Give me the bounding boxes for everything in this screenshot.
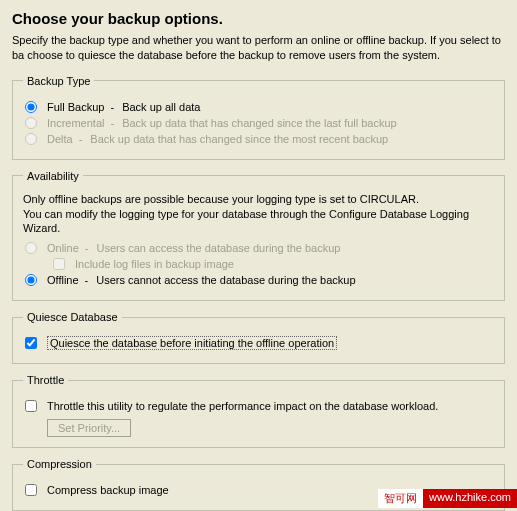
quiesce-group: Quiesce Database Quiesce the database be… bbox=[12, 311, 505, 364]
full-backup-radio[interactable] bbox=[25, 101, 37, 113]
availability-legend: Availability bbox=[23, 170, 83, 182]
incremental-radio bbox=[25, 117, 37, 129]
dash: - bbox=[79, 133, 83, 145]
watermark-left: 智可网 bbox=[378, 489, 423, 508]
offline-label[interactable]: Offline bbox=[47, 274, 79, 286]
throttle-row: Throttle this utility to regulate the pe… bbox=[23, 400, 494, 412]
throttle-group: Throttle Throttle this utility to regula… bbox=[12, 374, 505, 448]
backup-type-group: Backup Type Full Backup - Back up all da… bbox=[12, 75, 505, 160]
delta-desc: Back up data that has changed since the … bbox=[90, 133, 388, 145]
quiesce-label[interactable]: Quiesce the database before initiating t… bbox=[47, 337, 337, 349]
online-radio bbox=[25, 242, 37, 254]
availability-info-line2: You can modify the logging type for your… bbox=[23, 208, 469, 235]
offline-radio[interactable] bbox=[25, 274, 37, 286]
delta-radio bbox=[25, 133, 37, 145]
set-priority-button: Set Priority... bbox=[47, 419, 131, 437]
availability-info-line1: Only offline backups are possible becaus… bbox=[23, 193, 419, 205]
availability-group: Availability Only offline backups are po… bbox=[12, 170, 505, 302]
throttle-label[interactable]: Throttle this utility to regulate the pe… bbox=[47, 400, 438, 412]
incremental-label: Incremental bbox=[47, 117, 104, 129]
throttle-checkbox[interactable] bbox=[25, 400, 37, 412]
compress-label[interactable]: Compress backup image bbox=[47, 484, 169, 496]
delta-row: Delta - Back up data that has changed si… bbox=[23, 133, 494, 145]
dash: - bbox=[110, 117, 114, 129]
delta-label: Delta bbox=[47, 133, 73, 145]
dash: - bbox=[85, 242, 89, 254]
dash: - bbox=[85, 274, 89, 286]
incremental-desc: Back up data that has changed since the … bbox=[122, 117, 397, 129]
online-row: Online - Users can access the database d… bbox=[23, 242, 494, 254]
quiesce-row: Quiesce the database before initiating t… bbox=[23, 337, 494, 349]
compression-legend: Compression bbox=[23, 458, 96, 470]
include-log-checkbox bbox=[53, 258, 65, 270]
throttle-legend: Throttle bbox=[23, 374, 68, 386]
availability-info: Only offline backups are possible becaus… bbox=[23, 192, 494, 237]
watermark-right: www.hzhike.com bbox=[423, 489, 517, 508]
online-label: Online bbox=[47, 242, 79, 254]
offline-desc: Users cannot access the database during … bbox=[96, 274, 355, 286]
full-backup-label[interactable]: Full Backup bbox=[47, 101, 104, 113]
backup-type-legend: Backup Type bbox=[23, 75, 94, 87]
compress-checkbox[interactable] bbox=[25, 484, 37, 496]
page-subtitle: Specify the backup type and whether you … bbox=[12, 33, 505, 63]
page-title: Choose your backup options. bbox=[12, 10, 505, 27]
quiesce-checkbox[interactable] bbox=[25, 337, 37, 349]
full-backup-row: Full Backup - Back up all data bbox=[23, 101, 494, 113]
dash: - bbox=[110, 101, 114, 113]
online-desc: Users can access the database during the… bbox=[96, 242, 340, 254]
incremental-row: Incremental - Back up data that has chan… bbox=[23, 117, 494, 129]
quiesce-legend: Quiesce Database bbox=[23, 311, 122, 323]
offline-row: Offline - Users cannot access the databa… bbox=[23, 274, 494, 286]
include-log-row: Include log files in backup image bbox=[51, 258, 494, 270]
watermark: 智可网 www.hzhike.com bbox=[378, 489, 517, 508]
full-backup-desc: Back up all data bbox=[122, 101, 200, 113]
include-log-label: Include log files in backup image bbox=[75, 258, 234, 270]
